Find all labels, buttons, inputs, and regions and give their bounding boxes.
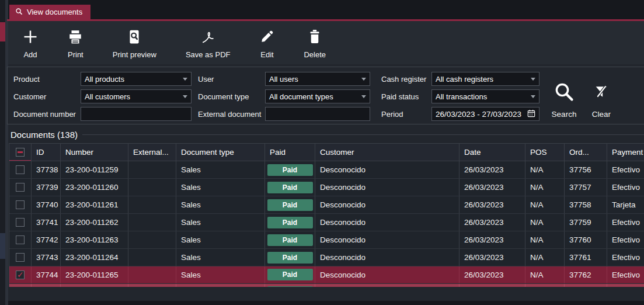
tab-view-documents[interactable]: View documents <box>9 5 90 19</box>
plus-icon <box>22 27 39 46</box>
col-header-document-type[interactable]: Document type <box>176 144 265 161</box>
cell-ord: 37758 <box>565 196 607 213</box>
row-checkbox[interactable] <box>16 253 25 262</box>
period-value: 26/03/2023 - 27/03/2023 <box>436 110 521 119</box>
row-checkbox-cell[interactable] <box>9 266 32 283</box>
cell-paid: Paid <box>265 161 315 178</box>
cell-id: 37739 <box>32 179 61 196</box>
row-checkbox[interactable] <box>16 271 25 279</box>
chevron-down-icon <box>531 78 535 81</box>
document-type-dropdown[interactable]: All document types <box>265 89 370 103</box>
paid-status-value: All transactions <box>436 92 487 101</box>
cell-paid: Paid <box>265 214 315 231</box>
cell-id: 37867 <box>32 284 61 287</box>
cell-external <box>128 214 176 231</box>
cell-external <box>128 249 176 266</box>
cell-customer: Desconocido <box>315 179 459 196</box>
col-header-paid[interactable]: Paid <box>265 144 315 161</box>
cash-register-dropdown[interactable]: All cash registers <box>431 72 539 86</box>
cell-ord: 37762 <box>565 266 607 283</box>
paid-status-dropdown[interactable]: All transactions <box>431 89 539 103</box>
paid-badge: Paid <box>267 286 313 287</box>
col-header-payment[interactable]: Payment <box>607 144 644 161</box>
row-checkbox-cell[interactable] <box>9 161 32 178</box>
tab-bar: View documents <box>8 0 644 21</box>
rail-scroll-thumb[interactable] <box>0 233 5 259</box>
external-document-input[interactable] <box>265 107 370 121</box>
cell-number: 23-200-011388 <box>61 284 128 287</box>
edit-label: Edit <box>260 50 273 59</box>
row-checkbox[interactable] <box>16 183 25 192</box>
row-checkbox-cell[interactable] <box>9 196 32 213</box>
period-datepicker[interactable]: 26/03/2023 - 27/03/2023 <box>431 107 539 121</box>
col-header-external[interactable]: External... <box>128 144 176 161</box>
print-preview-label: Print preview <box>113 50 156 59</box>
delete-button[interactable]: Delete <box>298 25 332 64</box>
row-checkbox[interactable] <box>16 200 25 209</box>
trash-icon <box>308 27 322 46</box>
save-as-pdf-button[interactable]: Save as PDF <box>180 25 236 64</box>
col-header-ord[interactable]: Ord... <box>565 144 607 161</box>
row-checkbox-cell[interactable] <box>9 284 32 287</box>
cell-payment: Efectivo <box>607 161 644 178</box>
col-header-date[interactable]: Date <box>459 144 525 161</box>
cell-date: 26/03/2023 <box>459 266 525 283</box>
search-icon <box>15 8 23 17</box>
cell-ord: 37761 <box>565 249 607 266</box>
print-button[interactable]: Print <box>62 25 89 64</box>
table-row[interactable]: 37867 23-200-011388 Sales Paid Desconoci… <box>9 284 644 287</box>
cell-external <box>128 179 176 196</box>
cell-document-type: Sales <box>176 196 265 213</box>
table-row[interactable]: 37743 23-200-011264 Sales Paid Desconoci… <box>9 249 644 266</box>
search-button[interactable]: Search <box>549 75 579 124</box>
cell-date: 27/03/2023 <box>459 284 525 287</box>
col-header-pos[interactable]: POS <box>525 144 565 161</box>
select-all-checkbox-cell[interactable] <box>9 144 32 161</box>
user-dropdown[interactable]: All users <box>265 72 370 86</box>
col-header-id[interactable]: ID <box>32 144 61 161</box>
chevron-down-icon <box>361 95 366 98</box>
document-number-input[interactable] <box>81 107 192 121</box>
cell-id: 37742 <box>32 231 61 248</box>
row-checkbox-cell[interactable] <box>9 179 32 196</box>
select-all-checkbox[interactable] <box>16 148 25 157</box>
print-preview-button[interactable]: Print preview <box>107 25 162 64</box>
table-row[interactable]: 37741 23-200-011262 Sales Paid Desconoci… <box>9 214 644 231</box>
row-checkbox[interactable] <box>16 165 25 174</box>
row-checkbox-cell[interactable] <box>9 249 32 266</box>
table-row[interactable]: 37742 23-200-011263 Sales Paid Desconoci… <box>9 231 644 249</box>
row-checkbox-cell[interactable] <box>9 214 32 231</box>
document-number-label: Document number <box>13 110 81 119</box>
edit-button[interactable]: Edit <box>253 25 280 64</box>
row-checkbox[interactable] <box>16 235 25 244</box>
search-label: Search <box>552 110 577 119</box>
cell-number: 23-200-011260 <box>61 179 128 196</box>
customer-dropdown[interactable]: All customers <box>81 89 192 103</box>
cell-paid: Paid <box>265 249 315 266</box>
row-checkbox[interactable] <box>16 218 25 227</box>
cash-register-label: Cash register <box>381 75 431 84</box>
paid-badge: Paid <box>267 164 313 176</box>
table-row[interactable]: 37744 23-200-011265 Sales Paid Desconoci… <box>9 266 644 284</box>
paid-status-label: Paid status <box>381 92 431 101</box>
row-checkbox-cell[interactable] <box>9 231 32 248</box>
col-header-number[interactable]: Number <box>61 144 128 161</box>
search-icon <box>554 75 575 108</box>
group-divider <box>82 134 644 135</box>
table-row[interactable]: 37739 23-200-011260 Sales Paid Desconoci… <box>9 179 644 196</box>
cell-pos: N/A <box>525 231 565 248</box>
cell-document-type: Sales <box>176 161 265 178</box>
table-row[interactable]: 37740 23-200-011261 Sales Paid Desconoci… <box>9 196 644 214</box>
product-dropdown[interactable]: All products <box>81 72 192 86</box>
clear-label: Clear <box>592 110 611 119</box>
print-label: Print <box>68 50 83 59</box>
document-magnifier-icon <box>127 27 141 46</box>
cell-id: 37738 <box>32 161 61 178</box>
col-header-customer[interactable]: Customer <box>315 144 459 161</box>
cell-customer: Desconocido <box>315 214 459 231</box>
paid-badge: Paid <box>267 182 313 193</box>
add-button[interactable]: Add <box>16 25 44 64</box>
table-row[interactable]: 37738 23-200-011259 Sales Paid Desconoci… <box>9 161 644 179</box>
clear-button[interactable]: Clear <box>586 75 617 124</box>
cell-date: 26/03/2023 <box>459 214 525 231</box>
